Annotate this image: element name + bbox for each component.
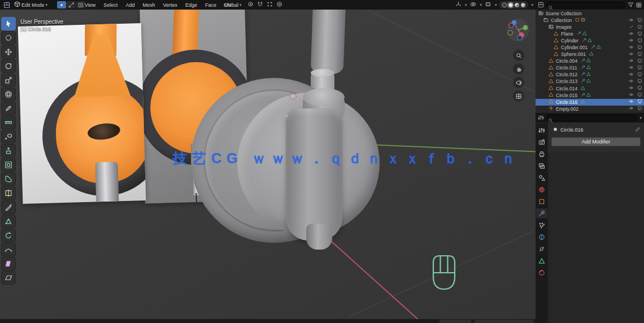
- shading-wireframe-button[interactable]: [502, 3, 507, 7]
- snap-grid-icon[interactable]: [267, 1, 273, 8]
- navigation-gizmo[interactable]: [506, 18, 530, 44]
- pivot-icon[interactable]: [247, 1, 254, 8]
- outliner-row-collection[interactable]: Collection: [536, 17, 644, 24]
- tool-inset-faces[interactable]: [1, 158, 16, 172]
- properties-tab-object[interactable]: [536, 197, 547, 206]
- outliner-editor-icon[interactable]: [538, 0, 544, 10]
- select-mode-face[interactable]: [76, 1, 85, 8]
- tool-rip-region[interactable]: [1, 257, 16, 270]
- edit-pencil-icon[interactable]: [635, 126, 641, 133]
- outliner-row-circle-013[interactable]: Circle.013: [536, 78, 644, 85]
- properties-search-input[interactable]: [546, 115, 637, 121]
- tool-scale[interactable]: [1, 73, 16, 87]
- orientation-dropdown[interactable]: Global ▾: [222, 1, 243, 8]
- eye-toggle-icon[interactable]: [629, 92, 634, 98]
- eye-toggle-icon[interactable]: [629, 99, 634, 105]
- screen-toggle-icon[interactable]: [637, 106, 642, 112]
- mode-dropdown[interactable]: Edit Mode ▾: [12, 1, 49, 8]
- menu-vertex[interactable]: Vertex: [163, 2, 177, 8]
- display-mode-icon[interactable]: [636, 0, 642, 10]
- outliner-row-circle-016[interactable]: Circle.016: [536, 99, 644, 106]
- menu-face[interactable]: Face: [205, 2, 216, 8]
- add-modifier-button[interactable]: Add Modifier: [551, 137, 641, 146]
- model-headband-pole[interactable]: [311, 0, 346, 75]
- properties-tab-constraints[interactable]: [536, 244, 547, 254]
- screen-toggle-icon[interactable]: [637, 72, 642, 78]
- shading-solid-button[interactable]: [508, 3, 513, 7]
- overlays-toggle-icon[interactable]: [470, 1, 476, 8]
- eye-toggle-icon[interactable]: [629, 18, 634, 24]
- eye-toggle-icon[interactable]: [629, 106, 634, 112]
- outliner-row-plane[interactable]: Plane: [536, 30, 644, 37]
- screen-toggle-icon[interactable]: [637, 92, 642, 98]
- editor-type-button[interactable]: [2, 1, 12, 8]
- properties-tab-output[interactable]: [536, 149, 547, 159]
- menu-select[interactable]: Select: [103, 2, 118, 8]
- tool-extrude-region[interactable]: [1, 144, 16, 158]
- menu-add[interactable]: Add: [125, 2, 134, 8]
- select-mode-vertex[interactable]: [57, 1, 66, 8]
- screen-toggle-icon[interactable]: [637, 24, 642, 30]
- screen-toggle-icon[interactable]: [637, 51, 642, 58]
- shading-rendered-button[interactable]: [521, 3, 525, 7]
- tool-move[interactable]: [1, 45, 16, 59]
- properties-tab-modifiers[interactable]: [536, 208, 547, 218]
- check-toggle-icon[interactable]: [629, 24, 634, 30]
- properties-tab-view-layer[interactable]: [536, 161, 547, 171]
- eye-toggle-icon[interactable]: [629, 58, 634, 64]
- tool-knife[interactable]: [1, 200, 16, 214]
- properties-tab-render[interactable]: [536, 137, 547, 147]
- screen-toggle-icon[interactable]: [637, 45, 642, 51]
- outliner-row-circle-014[interactable]: Circle.014: [536, 85, 644, 92]
- properties-tab-material[interactable]: [536, 268, 547, 277]
- magnet-icon[interactable]: [257, 1, 263, 8]
- filter-funnel-icon[interactable]: [628, 0, 634, 10]
- screen-toggle-icon[interactable]: [637, 85, 642, 91]
- eye-toggle-icon[interactable]: [629, 51, 634, 58]
- xray-toggle-icon[interactable]: [485, 1, 491, 8]
- properties-tab-object-data[interactable]: [536, 256, 547, 265]
- properties-tab-physics[interactable]: [536, 232, 547, 242]
- menu-view[interactable]: View: [85, 2, 95, 8]
- outliner-row-circle-011[interactable]: Circle.011: [536, 64, 644, 71]
- eye-toggle-icon[interactable]: [629, 85, 634, 91]
- tool-annotate[interactable]: [1, 102, 16, 115]
- tool-spin[interactable]: [1, 229, 16, 242]
- outliner-row-scene-collection[interactable]: Scene Collection: [536, 10, 644, 17]
- tool-loop-cut[interactable]: [1, 186, 16, 200]
- eye-toggle-icon[interactable]: [629, 38, 634, 44]
- zoom-tool-icon[interactable]: [513, 50, 524, 61]
- screen-toggle-icon[interactable]: [637, 99, 642, 105]
- outliner-row-images[interactable]: Images: [536, 24, 644, 30]
- model-bottom-rod[interactable]: [306, 224, 332, 250]
- eye-toggle-icon[interactable]: [629, 72, 634, 78]
- screen-toggle-icon[interactable]: [637, 31, 642, 37]
- tool-cursor[interactable]: [1, 31, 16, 45]
- outliner-search-input[interactable]: [546, 2, 625, 8]
- 3d-viewport[interactable]: + 技艺CG ｗｗｗ．ｑｄｎｘｘｆｂ．ｃｎ User Perspective (…: [0, 0, 536, 323]
- outliner-row-empty-002[interactable]: Empty.002: [536, 106, 644, 112]
- outliner-row-circle-012[interactable]: Circle.012: [536, 71, 644, 78]
- reference-image-left[interactable]: [18, 23, 146, 204]
- menu-edge[interactable]: Edge: [185, 2, 197, 8]
- chevron-down-icon[interactable]: ▾: [495, 3, 497, 7]
- screen-toggle-icon[interactable]: [637, 18, 642, 24]
- gizmo-toggle-icon[interactable]: [455, 1, 462, 8]
- chevron-down-icon[interactable]: ▾: [480, 3, 482, 7]
- properties-tab-world[interactable]: [536, 185, 547, 194]
- tool-shear[interactable]: [1, 271, 16, 285]
- tool-transform[interactable]: [1, 88, 16, 101]
- model-yoke[interactable]: [286, 108, 342, 241]
- outliner-row-circle-004[interactable]: Circle.004: [536, 58, 644, 64]
- outliner-row-cylinder-001[interactable]: Cylinder.001: [536, 44, 644, 51]
- eye-toggle-icon[interactable]: [629, 78, 634, 85]
- tool-measure[interactable]: [1, 116, 16, 129]
- eye-toggle-icon[interactable]: [629, 31, 634, 37]
- tool-add-cube[interactable]: [1, 130, 16, 143]
- properties-tab-tool[interactable]: [536, 125, 547, 135]
- select-mode-edge[interactable]: [67, 1, 76, 8]
- screen-toggle-icon[interactable]: [637, 78, 642, 85]
- properties-tab-scene[interactable]: [536, 173, 547, 182]
- eye-toggle-icon[interactable]: [629, 65, 634, 71]
- properties-editor-icon[interactable]: [538, 113, 544, 123]
